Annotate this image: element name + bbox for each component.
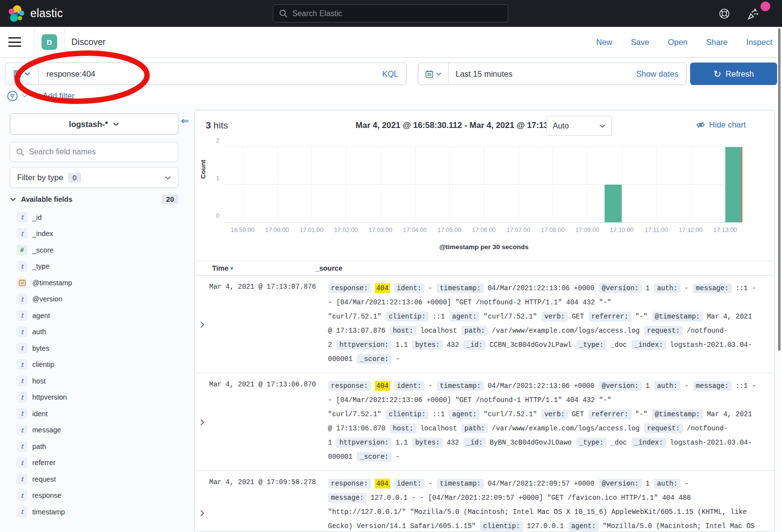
field-name: _type xyxy=(32,262,49,270)
text-type-icon: t xyxy=(17,376,27,386)
grid-line xyxy=(346,147,347,222)
expand-row-icon[interactable] xyxy=(195,281,209,366)
new-button[interactable]: New xyxy=(596,38,612,47)
field-item--timestamp[interactable]: @timestamp xyxy=(10,275,184,291)
field-value: ByBN_3cB04dGovJLOawo xyxy=(490,439,572,447)
filter-bar: + Add filter xyxy=(0,87,782,104)
text-type-icon: t xyxy=(17,474,27,485)
text-type-icon: t xyxy=(17,294,27,304)
text-type-icon: t xyxy=(17,212,27,223)
inspect-button[interactable]: Inspect xyxy=(746,38,772,47)
global-search-placeholder: Search Elastic xyxy=(292,9,342,18)
refresh-button[interactable]: ↻ Refresh xyxy=(690,63,777,85)
field-item-agent[interactable]: tagent xyxy=(10,307,184,324)
y-axis-tick-label: 0 xyxy=(210,213,219,219)
filter-by-type-select[interactable]: Filter by type 0 xyxy=(10,167,178,188)
highlighted-value: 404 xyxy=(375,381,390,391)
field-item-timestamp[interactable]: ttimestamp xyxy=(10,504,184,520)
field-item-host[interactable]: thost xyxy=(10,373,184,389)
histogram-bar[interactable] xyxy=(725,147,742,222)
x-axis-tick-label: 17:12:00 xyxy=(679,227,703,234)
field-item-path[interactable]: tpath xyxy=(10,438,184,455)
field-item-bytes[interactable]: tbytes xyxy=(10,340,184,357)
table-row: Mar 4, 2021 @ 17:09:58.278response:404id… xyxy=(195,471,774,532)
histogram-bar[interactable] xyxy=(605,185,622,222)
elastic-logo-icon xyxy=(8,5,25,22)
expand-row-icon[interactable] xyxy=(195,379,209,464)
time-range-value[interactable]: Last 15 minutes xyxy=(449,69,636,79)
field-key-badge: auth: xyxy=(654,283,680,293)
filter-menu-icon[interactable] xyxy=(7,90,18,102)
field-item--index[interactable]: t_index xyxy=(10,226,184,242)
field-value: 1.1 xyxy=(395,439,408,447)
doc-table-header: Time ▾ _source xyxy=(195,261,774,276)
available-fields-header[interactable]: Available fields 20 xyxy=(10,194,178,204)
search-icon xyxy=(16,148,24,156)
field-name: response xyxy=(32,491,62,499)
field-item-referrer[interactable]: treferrer xyxy=(10,455,184,471)
field-key-badge: _index: xyxy=(631,340,666,350)
field-key-badge: referrer: xyxy=(588,312,631,321)
collapse-sidebar-icon[interactable]: ⇐ xyxy=(181,115,189,127)
quick-select-date-button[interactable] xyxy=(418,63,449,85)
interval-select[interactable]: Auto xyxy=(546,116,612,136)
field-item-auth[interactable]: tauth xyxy=(10,324,184,340)
field-item-clientip[interactable]: tclientip xyxy=(10,357,184,373)
field-item--id[interactable]: t_id xyxy=(10,209,184,226)
newsfeed-icon[interactable] xyxy=(746,7,760,21)
query-input[interactable]: response:404 xyxy=(39,69,374,79)
show-dates-button[interactable]: Show dates xyxy=(636,69,686,79)
time-column-header[interactable]: Time ▾ xyxy=(212,264,233,272)
save-query-icon xyxy=(13,70,22,78)
saved-query-menu-button[interactable] xyxy=(5,63,39,85)
field-item-response[interactable]: tresponse xyxy=(10,488,184,504)
table-row: Mar 4, 2021 @ 17:13:07.876response:404id… xyxy=(195,276,774,373)
y-axis-tick-label: 1 xyxy=(210,175,219,182)
field-item-request[interactable]: trequest xyxy=(10,471,184,488)
grid-line xyxy=(484,147,484,222)
text-type-icon: t xyxy=(17,261,27,272)
help-icon[interactable] xyxy=(717,7,731,21)
text-type-icon: t xyxy=(17,441,27,452)
field-key-badge: clientip: xyxy=(386,409,429,419)
field-item--version[interactable]: t@version xyxy=(10,291,184,308)
field-name: request xyxy=(32,475,56,483)
menu-icon[interactable] xyxy=(8,37,21,47)
field-item--type[interactable]: t_type xyxy=(10,258,184,275)
expand-row-icon[interactable] xyxy=(195,477,209,532)
field-item-ident[interactable]: tident xyxy=(10,405,184,422)
share-button[interactable]: Share xyxy=(706,38,728,47)
field-key-badge: ident: xyxy=(394,283,424,293)
field-value: 432 xyxy=(447,341,459,349)
field-item--score[interactable]: #_score xyxy=(10,242,184,258)
field-value: 1 xyxy=(646,284,650,292)
field-item-message[interactable]: tmessage xyxy=(10,422,184,439)
save-button[interactable]: Save xyxy=(631,38,650,47)
row-timestamp: Mar 4, 2021 @ 17:09:58.278 xyxy=(209,477,328,532)
text-type-icon: t xyxy=(17,228,27,239)
index-pattern-select[interactable]: logstash-* xyxy=(10,113,178,135)
endzone-marker xyxy=(741,147,742,222)
global-header: elastic Search Elastic xyxy=(0,0,782,27)
grid-line xyxy=(311,147,312,222)
field-item-httpversion[interactable]: thttpversion xyxy=(10,389,184,406)
chevron-down-icon xyxy=(436,72,441,76)
field-name: @timestamp xyxy=(32,279,72,287)
field-key-badge: _type: xyxy=(576,438,607,447)
field-name: ident xyxy=(32,410,47,418)
open-button[interactable]: Open xyxy=(668,38,687,47)
discover-app-badge[interactable]: D xyxy=(42,34,57,50)
calendar-icon xyxy=(19,279,26,286)
field-value: - xyxy=(395,453,399,461)
hide-chart-button[interactable]: Hide chart xyxy=(696,120,746,129)
hits-count: 3 hits xyxy=(206,120,228,131)
grid-line xyxy=(691,147,691,222)
field-value: 1 xyxy=(646,382,650,390)
query-language-button[interactable]: KQL xyxy=(374,69,406,79)
y-axis-tick-label: 2 xyxy=(210,137,219,144)
global-search-input[interactable]: Search Elastic xyxy=(273,4,508,22)
histogram-chart[interactable]: 16:59:0017:00:0017:01:0017:02:0017:03:00… xyxy=(225,147,742,223)
page-scrollbar[interactable] xyxy=(778,28,781,351)
field-search-input[interactable]: Search field names xyxy=(10,142,178,162)
add-filter-button[interactable]: + Add filter xyxy=(36,91,74,101)
